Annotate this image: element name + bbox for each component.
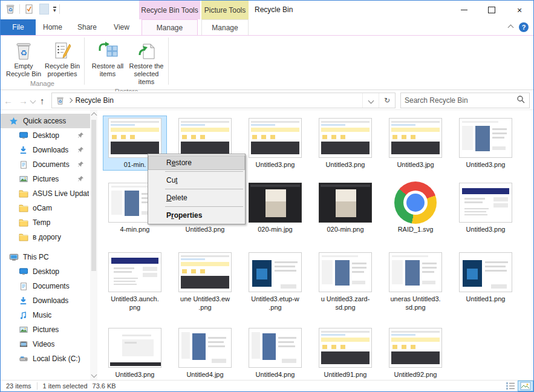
sidebar-item-temp[interactable]: Temp [1,215,90,230]
file-item-untitled3-png[interactable]: Untitled3.png [454,116,517,170]
file-item-untitled3-png[interactable]: Untitled3.png [244,116,307,170]
details-view-button[interactable] [503,381,518,391]
music-icon [18,311,28,320]
file-row-4: Untitled3.pngUntitled4.jpgUntitled4.pngU… [103,326,533,381]
file-thumbnail-props [459,118,512,158]
file-thumbnail-explorer [389,328,442,368]
sidebar-item-label: Local Disk (C:) [33,354,80,363]
sidebar-item-downloads[interactable]: Downloads [1,143,90,157]
ribbon-button-empty-recycle-bin[interactable]: ♻Empty Recycle Bin [4,39,43,79]
file-item-untitled92-png[interactable]: Untitled92.png [384,326,447,380]
scrollbar-thumb[interactable] [91,120,96,271]
collapse-ribbon-icon[interactable] [508,24,514,30]
recent-locations-icon[interactable] [30,97,36,103]
breadcrumb[interactable]: Recycle Bin [72,93,117,108]
file-item-u-untitled3-zard-sd-png[interactable]: u Untitled3.zard- sd.png [314,250,377,313]
sidebar-item-label: Temp [33,218,50,227]
context-menu-item-properties[interactable]: Properties [148,208,245,223]
file-thumbnail-explorer [389,118,442,158]
file-item-untitled91-png[interactable]: Untitled91.png [314,326,377,380]
address-bar[interactable]: ♻ Recycle Bin ↻ [51,93,396,108]
file-name: Untitled3.png [466,160,506,169]
ribbon-button-recycle-bin-properties[interactable]: Recycle Bin properties [43,39,82,79]
file-name: 020-min.jpg [258,225,292,234]
tab-view[interactable]: View [105,19,138,35]
sidebar-item-documents[interactable]: Documents [1,279,90,293]
file-name: RAID_1.svg [398,225,434,234]
file-item-untitled3-png[interactable]: Untitled3.png [314,116,377,170]
file-item-une-untitled3-ew-png[interactable]: une Untitled3.ew .png [174,250,236,313]
sidebar-item-downloads[interactable]: Downloads [1,293,90,308]
sidebar-item-pictures[interactable]: Pictures [1,322,90,337]
forward-icon[interactable]: → [19,96,28,106]
sidebar-item-local-disk-c[interactable]: Local Disk (C:) [1,351,90,366]
file-thumbnail-explorer [249,118,302,158]
file-thumbnail-wizard [178,328,232,368]
file-item-untitled4-jpg[interactable]: Untitled4.jpg [174,326,236,380]
help-icon[interactable]: ? [519,22,529,32]
grayed-button-icon[interactable] [38,3,50,15]
sidebar-item-в-дорогу[interactable]: в дорогу [1,230,90,244]
ribbon: ♻Empty Recycle BinRecycle Bin properties… [1,36,533,90]
thumbnails-view-button[interactable] [518,381,533,391]
context-menu-separator [165,189,243,189]
tab-manage-recycle-bin-tools[interactable]: Manage [142,19,198,35]
refresh-icon[interactable]: ↻ [379,93,395,108]
maximize-button[interactable] [478,1,506,19]
tab-home[interactable]: Home [36,19,70,35]
sidebar-item-pictures[interactable]: Pictures [1,172,90,186]
tab-manage-picture-tools[interactable]: Manage [201,19,249,35]
sidebar-scrollbar[interactable] [90,110,97,380]
ribbon-button-restore-all-items[interactable]: Restore all items [88,39,127,79]
sidebar-item-documents[interactable]: Documents [1,157,90,172]
search-icon[interactable] [512,95,529,106]
file-item-untitled3-png[interactable]: Untitled3.png [454,181,517,235]
file-item-untitled3-aunch-png[interactable]: Untitled3.aunch. png [103,250,166,313]
tab-share[interactable]: Share [70,19,105,35]
sidebar-item-desktop[interactable]: Desktop [1,128,90,143]
sidebar-item-desktop[interactable]: Desktop [1,264,90,279]
file-item-untitled3-etup-w-png[interactable]: Untitled3.etup-w .png [244,250,307,313]
file-item-untitled4-png[interactable]: Untitled4.png [244,326,307,380]
sidebar-item-label: Videos [33,340,54,348]
address-dropdown-icon[interactable] [362,93,379,108]
scroll-down-icon[interactable] [91,372,97,378]
up-icon[interactable]: ↑ [40,96,45,106]
file-item-uneras-untitled3-sd-png[interactable]: uneras Untitled3. sd.png [384,250,447,313]
minimize-button[interactable] [450,1,478,19]
file-item-untitled3-png[interactable]: Untitled3.png [103,326,166,380]
close-button[interactable]: × [506,1,533,19]
context-menu-item-restore[interactable]: Restore [148,155,245,170]
file-item-020-min-jpg[interactable]: 020-min.jpg [244,181,307,235]
sidebar-section-label: This PC [23,253,49,261]
downloads-icon [18,146,28,155]
context-menu-item-delete[interactable]: Delete [148,191,245,205]
sidebar-item-label: Pictures [33,175,59,183]
file-item-raid-1-svg[interactable]: RAID_1.svg [384,181,447,235]
sidebar-section-quick-access[interactable]: Quick access [1,114,90,128]
file-item-untitled3-jpg[interactable]: Untitled3.jpg [384,116,447,170]
customize-dropdown-icon[interactable]: ▾ [53,7,56,12]
file-item-untitled1-png[interactable]: Untitled1.png [454,250,517,304]
svg-text:♻: ♻ [20,48,27,57]
file-thumbnail-desktop [108,328,161,368]
search-input[interactable] [401,96,512,105]
restore-all-items-icon [97,39,118,62]
sidebar-item-videos[interactable]: Videos [1,337,90,351]
view-toggles [503,381,533,391]
properties-check-icon[interactable] [23,3,35,15]
sidebar-section-this-pc[interactable]: This PC [1,250,90,264]
minimize-icon [461,10,467,10]
back-icon[interactable]: ← [4,96,13,106]
sidebar-item-music[interactable]: Music [1,308,90,322]
sidebar-item-asus-live-updat[interactable]: ASUS Live Updat [1,186,90,201]
sidebar-item-label: Desktop [33,267,59,276]
scroll-up-icon[interactable] [91,113,97,119]
file-item-020-min-png[interactable]: 020-min.png [314,181,377,235]
sidebar-item-ocam[interactable]: oCam [1,201,90,215]
tab-file[interactable]: File [1,19,36,35]
ribbon-button-restore-the-selected-items[interactable]: Restore the selected items [127,39,166,87]
file-thumbnail-chrome [389,183,442,223]
context-menu-item-cut[interactable]: Cut [148,173,245,188]
main-content: Quick accessDesktopDownloadsDocumentsPic… [1,110,533,380]
